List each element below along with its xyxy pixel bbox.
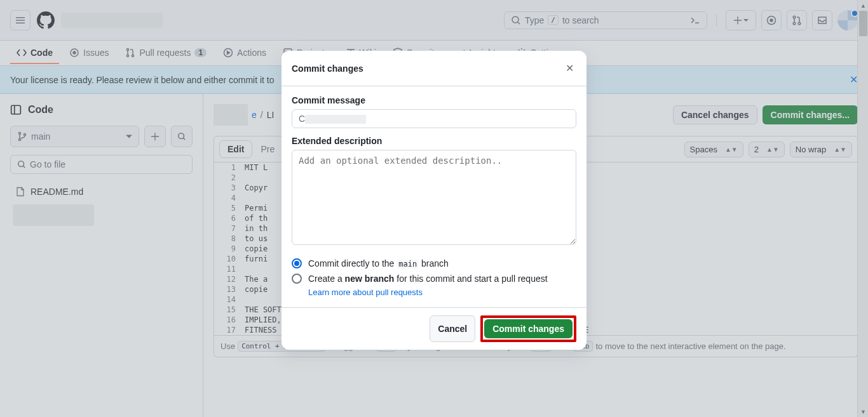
commit-direct-option[interactable]: Commit directly to the main branch: [292, 256, 576, 271]
modal-commit-button[interactable]: Commit changes: [484, 319, 573, 338]
close-icon[interactable]: ✕: [563, 60, 576, 77]
modal-cancel-button[interactable]: Cancel: [430, 315, 475, 342]
modal-backdrop: Commit changes ✕ Commit message C Extend…: [0, 0, 868, 417]
commit-message-label: Commit message: [292, 95, 576, 105]
commit-modal: Commit changes ✕ Commit message C Extend…: [281, 51, 587, 350]
commit-new-branch-option[interactable]: Create a new branch for this commit and …: [292, 271, 576, 286]
radio-unchecked-icon: [292, 274, 302, 284]
commit-highlight: Commit changes: [480, 315, 576, 342]
learn-more-link[interactable]: Learn more about pull requests: [308, 288, 423, 297]
extended-desc-label: Extended description: [292, 136, 576, 146]
radio-checked-icon: [292, 258, 302, 268]
commit-message-input[interactable]: C: [292, 109, 576, 128]
modal-title: Commit changes: [292, 63, 363, 74]
commit-message-redacted: [305, 115, 366, 124]
extended-desc-input[interactable]: [292, 150, 576, 245]
